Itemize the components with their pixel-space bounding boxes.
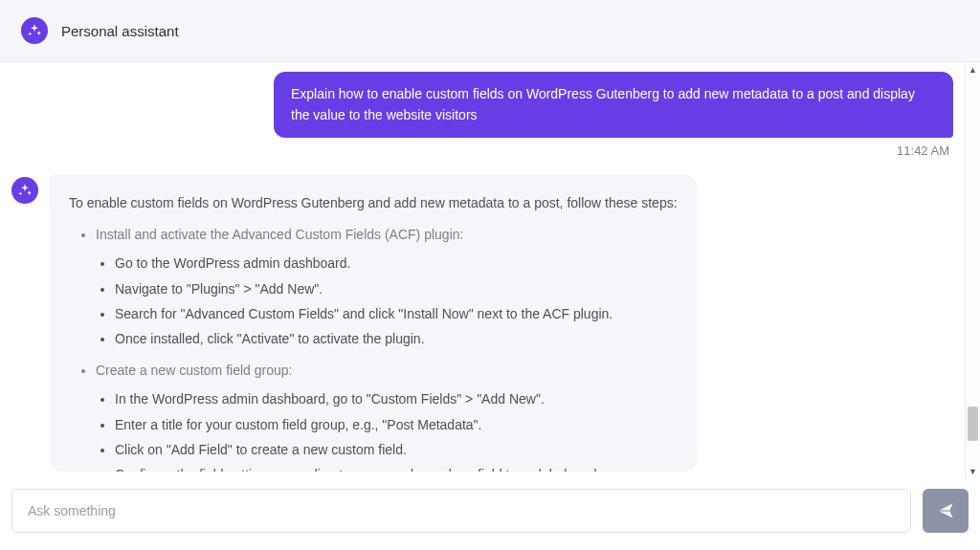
- composer: [0, 479, 980, 550]
- message-input[interactable]: [11, 489, 911, 533]
- sub-item: Once installed, click "Activate" to acti…: [115, 328, 678, 349]
- user-message-bubble: Explain how to enable custom fields on W…: [274, 72, 953, 138]
- sub-item: Search for "Advanced Custom Fields" and …: [115, 303, 678, 324]
- sparkle-icon: [17, 183, 33, 198]
- sub-item: Configure the field settings according t…: [115, 464, 678, 472]
- sub-item: Click on "Add Field" to create a new cus…: [115, 439, 678, 460]
- step-item: Create a new custom field group: In the …: [96, 360, 678, 473]
- assistant-avatar-icon: [21, 17, 48, 44]
- message-timestamp: 11:42 AM: [897, 143, 949, 158]
- scroll-thumb[interactable]: [968, 407, 978, 441]
- scroll-down-arrow-icon[interactable]: ▼: [966, 464, 980, 479]
- sparkle-icon: [27, 23, 42, 38]
- sub-item: Go to the WordPress admin dashboard.: [115, 253, 678, 274]
- assistant-message-bubble: To enable custom fields on WordPress Gut…: [50, 175, 697, 472]
- sub-item: In the WordPress admin dashboard, go to …: [115, 388, 678, 409]
- step-title: Create a new custom field group:: [96, 363, 292, 378]
- scrollbar[interactable]: ▲ ▼: [965, 62, 980, 479]
- scroll-up-arrow-icon[interactable]: ▲: [966, 62, 980, 77]
- assistant-steps-list: Install and activate the Advanced Custom…: [69, 224, 678, 473]
- sub-item: Enter a title for your custom field grou…: [115, 414, 678, 435]
- timestamp-row: 11:42 AM: [11, 143, 953, 158]
- step-sublist: Go to the WordPress admin dashboard. Nav…: [96, 253, 678, 350]
- header: Personal assistant: [0, 0, 980, 62]
- sub-item: Navigate to "Plugins" > "Add New".: [115, 278, 678, 299]
- assistant-intro: To enable custom fields on WordPress Gut…: [69, 192, 678, 213]
- send-icon: [936, 501, 955, 520]
- user-message-row: Explain how to enable custom fields on W…: [11, 72, 953, 138]
- assistant-avatar-icon: [11, 177, 38, 204]
- chat-area: Explain how to enable custom fields on W…: [0, 62, 980, 479]
- step-item: Install and activate the Advanced Custom…: [96, 224, 678, 350]
- step-sublist: In the WordPress admin dashboard, go to …: [96, 388, 678, 472]
- step-title: Install and activate the Advanced Custom…: [96, 227, 463, 242]
- page-title: Personal assistant: [61, 23, 179, 39]
- send-button[interactable]: [923, 489, 969, 533]
- assistant-message-row: To enable custom fields on WordPress Gut…: [11, 175, 953, 472]
- messages-container: Explain how to enable custom fields on W…: [0, 62, 965, 479]
